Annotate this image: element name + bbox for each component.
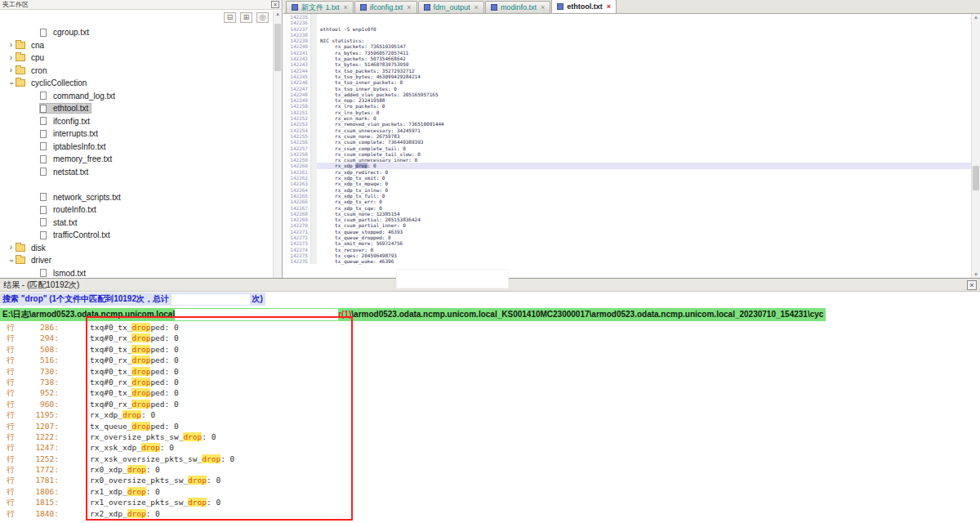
scrollbar-thumb[interactable] <box>274 24 281 71</box>
editor-line[interactable]: 142272 tx_queue_dropped: 0 <box>283 235 971 240</box>
tab-close-icon[interactable]: × <box>407 4 411 11</box>
result-row[interactable]: 行730:txq#0_tx_dropped: 0 <box>0 366 980 377</box>
tree-item-disk[interactable]: ›disk <box>0 242 273 255</box>
tree-item-ifconfig.txt[interactable]: ifconfig.txt <box>0 115 273 128</box>
editor-scrollbar[interactable]: ▲ ▼ <box>971 14 980 278</box>
tree-item-cna[interactable]: ›cna <box>0 39 273 52</box>
result-row[interactable]: 行1195:rx_xdp_drop: 0 <box>0 409 980 420</box>
scroll-down-icon[interactable]: ▼ <box>972 272 980 277</box>
result-row[interactable]: 行1222:rx_oversize_pkts_sw_drop: 0 <box>0 431 980 442</box>
tab-close-icon[interactable]: × <box>541 4 545 11</box>
editor-line[interactable]: 142262 rx_xdp_tx_xmit: 0 <box>283 175 971 181</box>
tab-ethtool.txt[interactable]: ethtool.txt× <box>551 0 617 13</box>
result-row[interactable]: 行1781:rx0_oversize_pkts_sw_drop: 0 <box>0 475 980 485</box>
tree-item-memory_free.txt[interactable]: memory_free.txt <box>0 153 273 166</box>
tab-fdm_output[interactable]: fdm_output× <box>418 1 484 13</box>
tree-item-cpu[interactable]: ›cpu <box>0 51 273 65</box>
tree-item-lsmod.txt[interactable]: lsmod.txt <box>0 267 273 279</box>
result-row[interactable]: 行294:txq#0_rx_dropped: 0 <box>0 333 980 343</box>
scroll-up-icon[interactable]: ▲ <box>972 15 980 20</box>
tab-close-icon[interactable]: × <box>474 4 479 11</box>
editor-line[interactable]: 142237ethtool -S enp1s0f0 <box>283 26 971 32</box>
result-row[interactable]: 行1207:tx_queue_dropped: 0 <box>0 421 980 431</box>
editor-line[interactable]: 142261 rx_xdp_redirect: 0 <box>283 169 971 175</box>
tab-close-icon[interactable]: × <box>344 4 348 11</box>
result-row[interactable]: 行738:txq#0_rx_dropped: 0 <box>0 377 980 387</box>
result-row[interactable]: 行508:txq#0_tx_dropped: 0 <box>0 344 980 355</box>
tab-modinfo.txt[interactable]: modinfo.txt× <box>485 1 550 13</box>
result-row[interactable]: 行1815:rx1_oversize_pkts_sw_drop: 0 <box>0 497 980 507</box>
scroll-up-icon[interactable]: ▲ <box>274 11 282 16</box>
editor-line[interactable]: 142268 tx_csum_none: 12385154 <box>283 211 971 217</box>
tab-新文件 1.txt[interactable]: 新文件 1.txt× <box>286 1 354 13</box>
editor-line[interactable]: 142260 rx_xdp_drop: 0 <box>283 163 971 168</box>
tree-item-ethtool.txt[interactable]: ethtool.txt <box>0 102 273 115</box>
result-file-path-line[interactable]: E:\日志\armod0523.odata.ncmp.unicom.localr… <box>0 306 980 322</box>
editor-line[interactable]: 142254 rx_csum_unnecessary: 34245971 <box>283 127 971 133</box>
editor-line[interactable]: 142249 tx_nop: 232419588 <box>283 97 971 103</box>
tree-item-driver[interactable]: ›driver <box>0 254 273 267</box>
editor-code[interactable]: 142235142236142237ethtool -S enp1s0f0142… <box>283 14 971 278</box>
tree-item-cyclicCollection[interactable]: ›cyclicCollection <box>0 77 273 90</box>
editor-line[interactable]: 142256 rx_csum_complete: 736449389393 <box>283 139 971 145</box>
result-row[interactable]: 行1840:rx2_xdp_drop: 0 <box>0 508 980 519</box>
editor-line[interactable]: 142235 <box>283 14 971 20</box>
result-row[interactable]: 行1772:rx0_xdp_drop: 0 <box>0 464 980 475</box>
tree-item-cgroup.txt[interactable]: cgroup.txt <box>0 26 273 39</box>
expand-all-icon[interactable]: ⊞ <box>240 12 252 23</box>
results-close-icon[interactable]: × <box>967 280 977 290</box>
editor-line[interactable]: 142246 tx_tso_inner_packets: 0 <box>283 79 971 85</box>
tab-ifconfig.txt[interactable]: ifconfig.txt× <box>354 1 417 13</box>
tree-item-iptablesInfo.txt[interactable]: iptablesInfo.txt <box>0 141 273 154</box>
editor-line[interactable]: 142244 tx_tso_packets: 35272932712 <box>283 68 971 74</box>
editor-line[interactable]: 142263 rx_xdp_tx_mpwqe: 0 <box>283 181 971 186</box>
tree-item-network_scripts.txt[interactable]: network_scripts.txt <box>0 191 273 204</box>
editor-line[interactable]: 142236 <box>283 20 971 25</box>
result-row[interactable]: 行1252:rx_xsk_oversize_pkts_sw_drop: 0 <box>0 454 980 464</box>
tree-item-command_log.txt[interactable]: command_log.txt <box>0 90 273 103</box>
scrollbar-thumb[interactable] <box>973 166 979 190</box>
editor-line[interactable]: 142247 tx_tso_inner_bytes: 0 <box>283 86 971 92</box>
search-summary-line[interactable]: 搜索 "drop" (1个文件中匹配到10192次，总计 次) <box>0 292 980 306</box>
tab-close-icon[interactable]: × <box>607 3 611 11</box>
editor-line[interactable]: 142251 rx_lro_bytes: 0 <box>283 110 971 115</box>
editor-line[interactable]: 142242 tx_packets: 507354668642 <box>283 56 971 61</box>
editor-line[interactable]: 142241 rx_bytes: 735960572057411 <box>283 50 971 56</box>
result-row[interactable]: 行286:txq#0_tx_dropped: 0 <box>0 322 980 333</box>
workspace-scrollbar[interactable]: ▲ <box>273 11 282 278</box>
tree-item-interrupts.txt[interactable]: interrupts.txt <box>0 127 273 141</box>
editor-line[interactable]: 142259 rx_csum_unnecessary_inner: 0 <box>283 157 971 163</box>
editor-line[interactable]: 142245 tx_tso_bytes: 463099429284214 <box>283 74 971 79</box>
editor-line[interactable]: 142255 rx_csum_none: 26759783 <box>283 133 971 139</box>
editor-line[interactable]: 142239NIC statistics: <box>283 38 971 43</box>
editor-line[interactable]: 142270 tx_csum_partial_inner: 0 <box>283 222 971 228</box>
result-row[interactable]: 行1806:rx1_xdp_drop: 0 <box>0 486 980 497</box>
editor-line[interactable]: 142248 tx_added_vlan_packets: 2051659571… <box>283 92 971 97</box>
editor-line[interactable]: 142273 tx_xmit_more: 569724756 <box>283 240 971 246</box>
editor-line[interactable]: 142243 tx_bytes: 514607839753959 <box>283 61 971 67</box>
editor-line[interactable]: 142257 rx_csum_complete_tail: 0 <box>283 145 971 151</box>
tree-item-cron[interactable]: ›cron <box>0 65 273 78</box>
editor-line[interactable]: 142274 tx_recover: 0 <box>283 247 971 253</box>
result-row[interactable]: 行1247:rx_xsk_xdp_drop: 0 <box>0 442 980 453</box>
tree-item-stat.txt[interactable]: stat.txt <box>0 217 273 230</box>
collapse-all-icon[interactable]: ⊟ <box>224 12 236 23</box>
editor-line[interactable]: 142266 rx_xdp_tx_err: 0 <box>283 199 971 204</box>
editor-line[interactable]: 142267 rx_xdp_tx_cqe: 0 <box>283 205 971 211</box>
locate-file-icon[interactable]: ◎ <box>256 12 269 23</box>
editor-line[interactable]: 142276 tx_queue_wake: 46396 <box>283 258 971 264</box>
result-row[interactable]: 行952:txq#0_tx_dropped: 0 <box>0 387 980 398</box>
tree-item-trafficControl.txt[interactable]: trafficControl.txt <box>0 229 273 242</box>
editor-line[interactable]: 142240 rx_packets: 736510395147 <box>283 43 971 49</box>
editor-line[interactable]: 142258 rx_csum_complete_tail_slow: 0 <box>283 151 971 157</box>
result-row[interactable]: 行960:txq#0_rx_dropped: 0 <box>0 399 980 409</box>
editor-line[interactable]: 142265 rx_xdp_tx_full: 0 <box>283 193 971 199</box>
editor-line[interactable]: 142238 <box>283 32 971 38</box>
editor-line[interactable]: 142275 tx_cqes: 204596498793 <box>283 253 971 258</box>
editor-line[interactable]: 142269 tx_csum_partial: 205153836424 <box>283 217 971 222</box>
result-row[interactable]: 行516:txq#0_rx_dropped: 0 <box>0 355 980 365</box>
editor-line[interactable]: 142253 rx_removed_vlan_packets: 73651009… <box>283 121 971 127</box>
tree-item-netstat.txt[interactable]: netstat.txt <box>0 166 273 179</box>
editor-line[interactable]: 142264 rx_xdp_tx_inlnw: 0 <box>283 187 971 193</box>
editor-line[interactable]: 142252 rx_ecn_mark: 0 <box>283 115 971 121</box>
